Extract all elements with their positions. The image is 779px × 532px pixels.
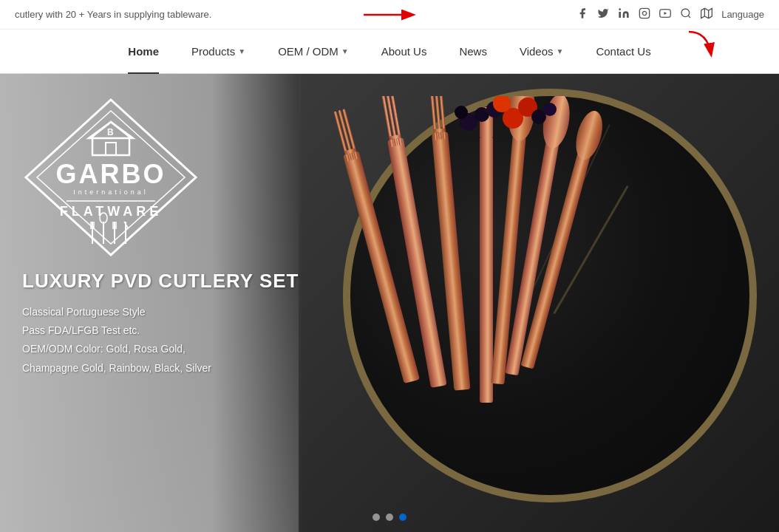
hero-content: LUXURY PVD CUTLERY SET Classical Portugu… <box>0 270 303 378</box>
language-button[interactable]: Language <box>721 9 764 20</box>
oem-dropdown-arrow: ▼ <box>341 47 349 55</box>
svg-point-42 <box>543 103 557 116</box>
svg-text:FLATWARE: FLATWARE <box>60 204 163 219</box>
social-icons-group: Language <box>576 7 764 22</box>
svg-point-36 <box>455 106 468 119</box>
hero-title: LUXURY PVD CUTLERY SET <box>22 270 303 293</box>
youtube-icon[interactable] <box>659 7 671 21</box>
hero-section: B GARBO International FLATWARE <box>0 74 779 532</box>
hero-desc-line3: OEM/ODM Color: Gold, Rosa Gold, <box>22 340 303 358</box>
nav-videos[interactable]: Videos ▼ <box>503 30 580 74</box>
svg-point-33 <box>571 108 608 163</box>
slider-dots <box>373 514 406 521</box>
nav-news[interactable]: News <box>443 30 503 74</box>
slider-dot-2[interactable] <box>386 514 393 521</box>
hero-desc-line2: Pass FDA/LFGB Test etc. <box>22 321 303 340</box>
linkedin-icon[interactable] <box>618 7 630 21</box>
tagline: cutlery with 20 + Years in supplying tab… <box>15 9 211 20</box>
nav-menu: Home Products ▼ OEM / ODM ▼ About Us New… <box>0 30 779 74</box>
search-icon[interactable] <box>680 7 692 22</box>
svg-text:B: B <box>107 127 114 137</box>
hero-desc-line1: Classical Portuguese Style <box>22 303 303 321</box>
navbar: Home Products ▼ OEM / ODM ▼ About Us New… <box>0 30 779 74</box>
hero-desc-line4: Champagne Gold, Rainbow, Black, Silver <box>22 359 303 378</box>
svg-line-7 <box>688 16 690 18</box>
svg-point-6 <box>681 9 690 17</box>
svg-text:International: International <box>73 188 149 196</box>
svg-rect-27 <box>480 137 493 403</box>
instagram-icon[interactable] <box>639 7 650 21</box>
nav-products[interactable]: Products ▼ <box>175 30 262 74</box>
svg-rect-47 <box>106 143 116 155</box>
nav-home[interactable]: Home <box>112 30 175 74</box>
svg-text:GARBO: GARBO <box>56 159 166 189</box>
svg-point-31 <box>540 96 574 150</box>
cutlery-svg <box>284 96 742 525</box>
nav-oem-odm[interactable]: OEM / ODM ▼ <box>262 30 365 74</box>
facebook-icon[interactable] <box>576 7 588 21</box>
svg-marker-8 <box>701 8 712 18</box>
top-bar: cutlery with 20 + Years in supplying tab… <box>0 0 779 30</box>
slider-dot-3[interactable] <box>399 514 406 521</box>
garbo-logo: B GARBO International FLATWARE <box>22 96 200 259</box>
twitter-icon[interactable] <box>597 7 609 21</box>
videos-dropdown-arrow: ▼ <box>557 47 564 55</box>
slider-dot-1[interactable] <box>373 514 380 521</box>
svg-point-2 <box>619 8 621 10</box>
contact-arrow-annotation <box>681 28 718 64</box>
map-icon[interactable] <box>701 7 712 22</box>
hero-left-panel: B GARBO International FLATWARE <box>0 74 303 532</box>
red-arrow-annotation <box>362 6 421 24</box>
svg-marker-5 <box>664 12 667 15</box>
nav-about-us[interactable]: About Us <box>365 30 443 74</box>
products-dropdown-arrow: ▼ <box>238 47 245 55</box>
nav-contact-us[interactable]: Contact Us <box>579 30 667 74</box>
svg-rect-3 <box>639 8 649 18</box>
